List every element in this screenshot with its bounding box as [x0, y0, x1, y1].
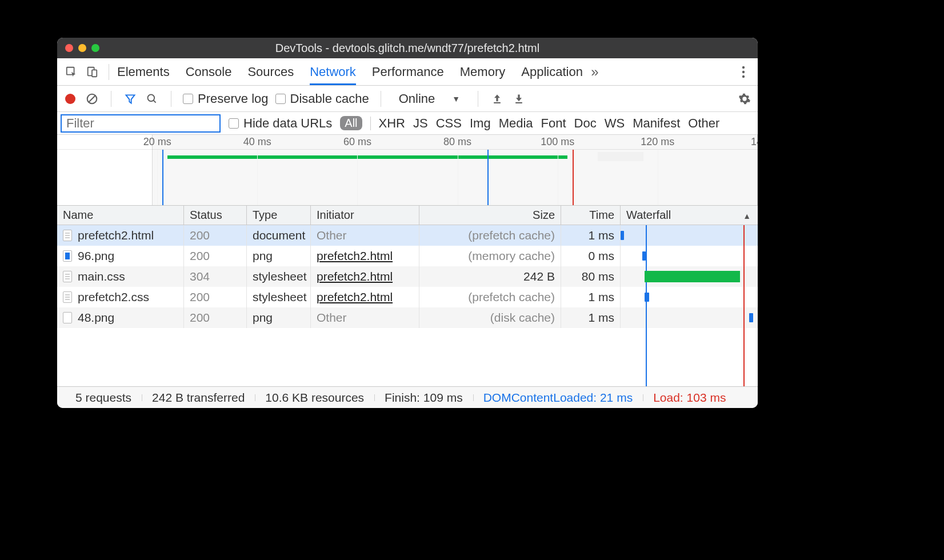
request-initiator: Other — [317, 311, 347, 325]
svg-rect-2 — [92, 70, 97, 77]
request-size: 242 B — [419, 266, 561, 287]
request-status: 200 — [184, 225, 247, 246]
tab-elements[interactable]: Elements — [117, 58, 170, 85]
col-size[interactable]: Size — [419, 206, 561, 225]
col-time[interactable]: Time — [561, 206, 621, 225]
request-waterfall — [621, 307, 758, 328]
request-row[interactable]: 48.png200pngOther(disk cache)1 ms — [57, 307, 758, 328]
request-time: 1 ms — [561, 225, 621, 246]
filter-type-manifest[interactable]: Manifest — [633, 116, 680, 131]
request-time: 1 ms — [561, 287, 621, 307]
request-initiator[interactable]: prefetch2.html — [317, 270, 393, 283]
col-name[interactable]: Name — [57, 206, 184, 225]
network-toolbar: Preserve log Disable cache Online ▼ — [57, 86, 758, 112]
svg-line-9 — [154, 100, 156, 102]
filter-toggle-icon[interactable] — [123, 93, 138, 105]
request-time: 1 ms — [561, 307, 621, 328]
filter-type-img[interactable]: Img — [470, 116, 491, 131]
preserve-log-checkbox[interactable]: Preserve log — [183, 91, 269, 106]
device-toolbar-icon[interactable] — [83, 63, 101, 81]
col-waterfall[interactable]: Waterfall ▲ — [621, 206, 758, 225]
image-file-icon — [63, 250, 72, 262]
request-size: (memory cache) — [419, 246, 561, 266]
request-row[interactable]: main.css304stylesheetprefetch2.html242 B… — [57, 266, 758, 287]
inspect-element-icon[interactable] — [63, 63, 80, 81]
filter-type-css[interactable]: CSS — [436, 116, 462, 131]
col-status[interactable]: Status — [184, 206, 247, 225]
divider — [478, 91, 478, 107]
disable-cache-checkbox[interactable]: Disable cache — [275, 91, 369, 106]
throttling-selected: Online — [399, 91, 435, 106]
document-file-icon — [63, 230, 72, 241]
request-waterfall — [621, 246, 758, 266]
filter-type-font[interactable]: Font — [541, 116, 566, 131]
record-button[interactable] — [63, 94, 78, 104]
request-waterfall — [621, 266, 758, 287]
tab-memory[interactable]: Memory — [460, 58, 505, 85]
settings-icon[interactable] — [737, 93, 752, 105]
request-status: 304 — [184, 266, 247, 287]
filter-type-other[interactable]: Other — [688, 116, 719, 131]
svg-rect-11 — [515, 102, 522, 103]
filter-type-all[interactable]: All — [340, 116, 362, 130]
overview-start-marker — [162, 150, 163, 205]
throttling-select[interactable]: Online ▼ — [393, 90, 466, 108]
tab-sources[interactable]: Sources — [247, 58, 294, 85]
minimize-window-button[interactable] — [78, 44, 86, 52]
filter-input[interactable] — [61, 114, 221, 133]
close-window-button[interactable] — [65, 44, 73, 52]
zoom-window-button[interactable] — [91, 44, 99, 52]
col-initiator[interactable]: Initiator — [311, 206, 419, 225]
waterfall-bar — [749, 313, 753, 322]
filter-bar: Hide data URLs AllXHRJSCSSImgMediaFontDo… — [57, 112, 758, 135]
filter-type-ws[interactable]: WS — [605, 116, 625, 131]
waterfall-bar — [642, 251, 646, 261]
filter-type-js[interactable]: JS — [413, 116, 428, 131]
request-status: 200 — [184, 287, 247, 307]
filter-type-xhr[interactable]: XHR — [379, 116, 405, 131]
svg-point-5 — [742, 75, 745, 77]
request-row[interactable]: prefetch2.css200stylesheetprefetch2.html… — [57, 287, 758, 307]
request-initiator[interactable]: prefetch2.html — [317, 249, 393, 263]
tab-performance[interactable]: Performance — [372, 58, 444, 85]
overview-timeline[interactable]: 20 ms40 ms60 ms80 ms100 ms120 ms14 — [57, 135, 758, 206]
waterfall-bar — [645, 293, 649, 302]
filter-type-doc[interactable]: Doc — [574, 116, 597, 131]
request-size: (prefetch cache) — [419, 225, 561, 246]
request-name: 48.png — [78, 311, 114, 325]
divider — [171, 91, 171, 107]
col-type[interactable]: Type — [247, 206, 311, 225]
request-size: (prefetch cache) — [419, 287, 561, 307]
tab-application[interactable]: Application — [521, 58, 583, 85]
svg-point-3 — [742, 66, 745, 68]
sort-indicator-icon: ▲ — [743, 211, 751, 221]
status-bar: 5 requests 242 B transferred 10.6 KB res… — [57, 386, 758, 408]
status-resources: 10.6 KB resources — [255, 391, 374, 405]
filter-type-media[interactable]: Media — [499, 116, 533, 131]
waterfall-bar — [645, 271, 740, 282]
disable-cache-label: Disable cache — [290, 91, 369, 106]
tab-network[interactable]: Network — [310, 58, 356, 85]
divider — [111, 91, 111, 107]
status-dcl: DOMContentLoaded: 21 ms — [473, 391, 643, 405]
request-row[interactable]: prefetch2.html200documentOther(prefetch … — [57, 225, 758, 246]
overview-selection-frame[interactable] — [152, 135, 758, 205]
more-panels-button[interactable]: » — [586, 63, 603, 81]
request-name: 96.png — [78, 249, 114, 263]
tab-console[interactable]: Console — [186, 58, 232, 85]
request-row[interactable]: 96.png200pngprefetch2.html(memory cache)… — [57, 246, 758, 266]
request-name: prefetch2.html — [78, 229, 154, 242]
kebab-menu-icon[interactable] — [735, 63, 752, 81]
status-requests: 5 requests — [65, 391, 142, 405]
divider — [381, 91, 381, 107]
request-initiator[interactable]: prefetch2.html — [317, 290, 393, 304]
upload-har-icon[interactable] — [490, 93, 505, 105]
requests-table-body: prefetch2.html200documentOther(prefetch … — [57, 225, 758, 386]
clear-button[interactable] — [85, 93, 99, 105]
hide-data-urls-checkbox[interactable]: Hide data URLs — [229, 116, 332, 131]
svg-point-8 — [148, 94, 155, 101]
search-button[interactable] — [145, 93, 159, 105]
svg-point-4 — [742, 70, 745, 73]
divider — [109, 64, 109, 80]
download-har-icon[interactable] — [511, 93, 526, 105]
